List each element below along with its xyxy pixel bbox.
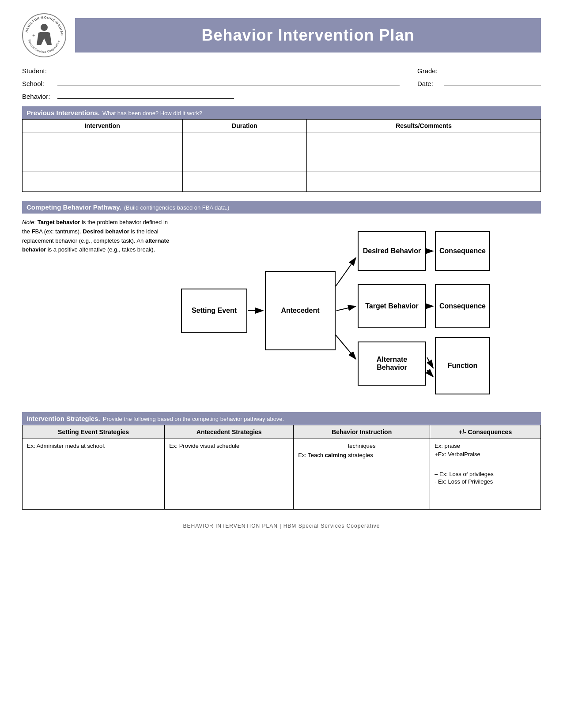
behavior-label: Behavior: (22, 93, 57, 100)
prev-interventions-title: Previous Interventions. (26, 109, 100, 116)
consequences-line3: – Ex: Loss of privileges (435, 471, 536, 477)
student-row: Student: Grade: (22, 65, 541, 75)
duration-cell-1[interactable] (182, 132, 307, 152)
interventions-table: Intervention Duration Results/Comments (22, 119, 541, 192)
table-row (23, 172, 541, 192)
page-footer: BEHAVIOR INTERVENTION PLAN | HBM Special… (22, 523, 541, 529)
footer-org: HBM Special Services Cooperative (283, 523, 380, 529)
date-input-line[interactable] (444, 78, 541, 86)
box-consequence-mid: Consequence (435, 284, 490, 328)
intervention-cell-3[interactable] (23, 172, 183, 192)
box-alternate-behavior: Alternate Behavior (358, 341, 426, 386)
svg-line-5 (336, 306, 356, 311)
strategies-title: Intervention Strategies. (26, 415, 100, 422)
col-results: Results/Comments (307, 120, 541, 132)
col-behavior-instruction: Behavior Instruction (294, 425, 430, 439)
strategies-header: Intervention Strategies. Provide the fol… (22, 412, 541, 425)
prev-interventions-header: Previous Interventions. What has been do… (22, 106, 541, 119)
setting-ex-text: Ex: Administer meds at school. (27, 443, 106, 449)
previous-interventions-section: Previous Interventions. What has been do… (22, 106, 541, 192)
competing-behavior-section: Competing Behavior Pathway. (Build conti… (22, 201, 541, 403)
diagram-container: Setting Event Antecedent Desired Behavio… (181, 218, 490, 403)
duration-cell-3[interactable] (182, 172, 307, 192)
consequences-line1: Ex: praise (435, 443, 536, 449)
page-header: HAMILTON·BOONE·MADISON Special Services … (22, 13, 541, 57)
strategies-row: Ex: Administer meds at school. Ex: Provi… (23, 439, 541, 510)
student-label: Student: (22, 67, 57, 75)
svg-line-4 (336, 258, 356, 286)
box-desired-behavior: Desired Behavior (358, 231, 426, 271)
svg-line-6 (336, 335, 356, 359)
box-setting-event: Setting Event (181, 289, 247, 333)
behavior-line1: techniques (298, 443, 425, 449)
consequences-line4: - Ex: Loss of Privileges (435, 478, 536, 485)
box-consequence-top: Consequence (435, 231, 490, 271)
student-input-line[interactable] (57, 65, 400, 73)
table-row (23, 152, 541, 172)
competing-sub: (Build contingencies based on FBA data.) (124, 204, 229, 211)
school-row: School: Date: (22, 78, 541, 87)
pathway-diagram-container: Setting Event Antecedent Desired Behavio… (181, 218, 541, 403)
date-label: Date: (417, 80, 444, 87)
info-fields: Student: Grade: School: Date: Behavior: (22, 65, 541, 100)
consequences-cell[interactable]: Ex: praise +Ex: VerbalPraise – Ex: Loss … (430, 439, 541, 510)
logo-bottom-text: Special Services Cooperative (28, 39, 60, 53)
competing-title: Competing Behavior Pathway. (26, 203, 121, 211)
behavior-line2: Ex: Teach calming strategies (298, 452, 425, 458)
footer-separator: | (280, 523, 281, 529)
page-title: Behavior Intervention Plan (88, 26, 528, 45)
competing-note: Note: Target behavior is the problem beh… (22, 218, 172, 255)
behavior-input-line[interactable] (57, 91, 234, 99)
antecedent-ex-text: Ex: Provide visual schedule (169, 443, 239, 449)
intervention-strategies-section: Intervention Strategies. Provide the fol… (22, 412, 541, 510)
strategies-table: Setting Event Strategies Antecedent Stra… (22, 425, 541, 510)
strategies-header-row: Setting Event Strategies Antecedent Stra… (23, 425, 541, 439)
school-input-line[interactable] (57, 78, 400, 86)
duration-cell-2[interactable] (182, 152, 307, 172)
results-cell-2[interactable] (307, 152, 541, 172)
box-antecedent: Antecedent (265, 271, 336, 350)
consequences-line2: +Ex: VerbalPraise (435, 451, 536, 458)
prev-interventions-sub: What has been done? How did it work? (102, 110, 202, 116)
svg-line-9 (427, 357, 433, 368)
col-setting-strategies: Setting Event Strategies (23, 425, 165, 439)
competing-header: Competing Behavior Pathway. (Build conti… (22, 201, 541, 214)
box-target-behavior: Target Behavior (358, 284, 426, 328)
col-consequences: +/- Consequences (430, 425, 541, 439)
intervention-cell-1[interactable] (23, 132, 183, 152)
behavior-instruction-cell[interactable]: techniques Ex: Teach calming strategies (294, 439, 430, 510)
col-duration: Duration (182, 120, 307, 132)
svg-line-10 (427, 370, 433, 377)
col-intervention: Intervention (23, 120, 183, 132)
svg-point-0 (41, 24, 48, 31)
logo: HAMILTON·BOONE·MADISON Special Services … (22, 13, 66, 57)
antecedent-strategies-cell[interactable]: Ex: Provide visual schedule (165, 439, 294, 510)
setting-strategies-cell[interactable]: Ex: Administer meds at school. (23, 439, 165, 510)
grade-label: Grade: (417, 67, 444, 75)
competing-content: Note: Target behavior is the problem beh… (22, 218, 541, 403)
col-antecedent-strategies: Antecedent Strategies (165, 425, 294, 439)
school-label: School: (22, 80, 57, 87)
competing-note-text: Note: Target behavior is the problem beh… (22, 218, 172, 255)
svg-text:✦: ✦ (32, 33, 35, 38)
results-cell-1[interactable] (307, 132, 541, 152)
behavior-row: Behavior: (22, 91, 541, 100)
table-row (23, 132, 541, 152)
table-header-row: Intervention Duration Results/Comments (23, 120, 541, 132)
intervention-cell-2[interactable] (23, 152, 183, 172)
footer-text: BEHAVIOR INTERVENTION PLAN (183, 523, 278, 529)
results-cell-3[interactable] (307, 172, 541, 192)
grade-input-line[interactable] (444, 65, 541, 73)
title-banner: Behavior Intervention Plan (75, 18, 541, 53)
strategies-sub: Provide the following based on the compe… (103, 416, 284, 422)
box-function: Function (435, 337, 490, 394)
